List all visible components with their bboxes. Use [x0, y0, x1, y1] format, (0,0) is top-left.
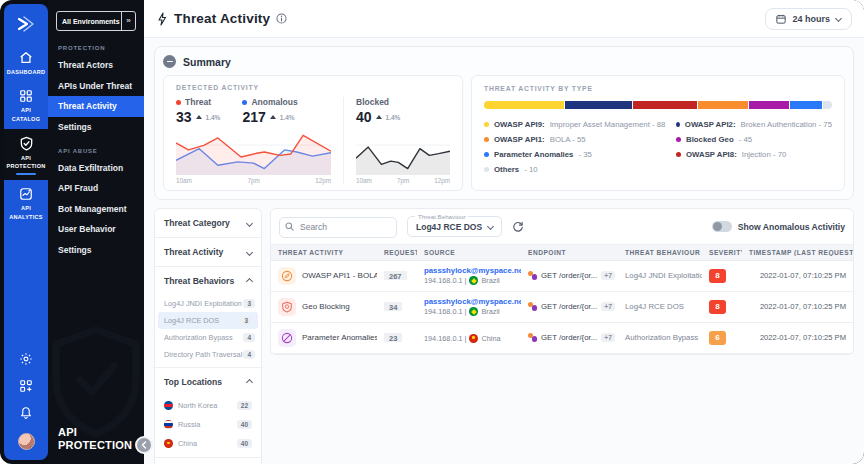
filter-group-threat-category[interactable]: Threat Category	[155, 209, 261, 237]
sidenav-item-bot-management[interactable]: Bot Management	[48, 199, 144, 220]
sidenav-item-settings[interactable]: Settings	[48, 117, 144, 138]
user-avatar[interactable]	[18, 433, 35, 450]
brazil-flag-icon	[469, 276, 478, 285]
sidenav-item-threat-activity[interactable]: Threat Activity	[48, 96, 144, 117]
environment-selector[interactable]: All Environments »	[56, 11, 136, 31]
apps-add-icon[interactable]	[19, 379, 33, 393]
sidebar-collapse-button[interactable]	[135, 436, 153, 454]
filter-item-north-korea[interactable]: North Korea22	[155, 396, 261, 415]
source-country: Brazil	[481, 276, 499, 285]
filter-item-russia[interactable]: Russia40	[155, 415, 261, 434]
x-tick: 10am	[356, 177, 372, 184]
column-header[interactable]: SOURCE	[417, 249, 521, 256]
table-header-row: THREAT ACTIVITY REQUESTS SOURCE ENDPOINT…	[271, 244, 853, 261]
requests-badge: 267	[384, 271, 407, 280]
info-icon[interactable]	[276, 13, 287, 24]
column-header[interactable]: ENDPOINT	[521, 249, 618, 256]
filter-item-directory-path-traversal[interactable]: Directory Path Traversal4	[155, 346, 261, 363]
legend-strong: OWASP API9:	[494, 120, 545, 129]
threat-anomalous-sparkline	[176, 129, 331, 175]
filter-item-label: Log4J JNDI Exploitation	[164, 299, 242, 308]
endpoint-more-chip[interactable]: +7	[601, 271, 615, 280]
filter-group-threat-activity[interactable]: Threat Activity	[155, 237, 261, 266]
search-input[interactable]	[279, 217, 397, 238]
table-row[interactable]: Geo Blocking 34 passshylock@myspace.net …	[271, 292, 853, 323]
column-header[interactable]: SEVERITY	[702, 249, 742, 256]
environment-expand-icon[interactable]: »	[121, 12, 135, 30]
collapse-summary-button[interactable]	[163, 55, 176, 68]
count-badge: 3	[243, 299, 255, 308]
source-email-link[interactable]: passshylock@myspace.net	[424, 297, 514, 306]
legend-strong: OWASP API8:	[686, 150, 737, 159]
arrow-left-icon	[140, 441, 148, 449]
detected-activity-panel: DETECTED ACTIVITY Threat 331.4% Anomal	[163, 75, 463, 191]
filter-group-threat-behaviors[interactable]: Threat Behaviors	[155, 266, 261, 295]
china-flag-icon	[164, 439, 173, 448]
legend-strong: OWASP API2:	[685, 120, 736, 129]
legend-dot-icon	[676, 152, 681, 157]
trend-up-icon	[196, 115, 202, 119]
rail-item-api-analytics[interactable]: API ANALYTICS	[4, 180, 48, 227]
threat-behaviour-cell: Log4J JNDI Exploitation	[618, 271, 702, 280]
source-country: China	[481, 334, 500, 343]
rail-item-api-protection[interactable]: API PROTECTION	[4, 129, 48, 181]
filter-item-log4j-rce[interactable]: Log4J RCE DOS3	[158, 312, 258, 329]
filter-group-top-locations[interactable]: Top Locations	[155, 367, 261, 396]
shield-watermark-icon	[50, 326, 142, 438]
legend-item: Blocked Geo- 45	[676, 135, 832, 144]
threat-dot-icon	[176, 100, 181, 105]
endpoint-more-chip[interactable]: +7	[601, 302, 615, 311]
metric-value: 217	[242, 109, 265, 125]
column-header[interactable]: TIMESTAMP (LAST REQUEST)	[742, 249, 853, 256]
trend-up-icon	[376, 115, 382, 119]
content-area: Summary DETECTED ACTIVITY Threat 331.4%	[144, 38, 864, 464]
brand-logo[interactable]	[4, 4, 48, 44]
threat-type-stacked-bar	[484, 101, 832, 109]
source-ip: 194.168.0.1 |	[424, 334, 466, 343]
threat-behaviour-select[interactable]: Threat Behaviour Log4J RCE DOS	[407, 216, 502, 237]
settings-gear-icon[interactable]	[19, 352, 33, 366]
bola-compass-icon	[278, 267, 296, 285]
table-row[interactable]: Parameter Anomalies 23 194.168.0.1 |Chin…	[271, 323, 853, 354]
sidenav-item-apis-under-threat[interactable]: APIs Under Threat	[48, 76, 144, 97]
source-email-link[interactable]: passshylock@myspace.net	[424, 266, 514, 275]
column-header[interactable]: THREAT BEHAVIOUR	[618, 249, 702, 256]
metric-anomalous: Anomalous 2171.4%	[242, 97, 297, 125]
count-badge: 3	[240, 316, 252, 325]
filter-group-status-code[interactable]: Staus Code	[155, 457, 261, 464]
legend-dot-icon	[484, 137, 489, 142]
legend-item: OWASP API2:Broken Authentication - 75	[676, 120, 832, 129]
x-tick: 12pm	[315, 177, 331, 184]
traceable-logo-icon	[16, 15, 36, 33]
column-header[interactable]: THREAT ACTIVITY	[271, 249, 377, 256]
rail-item-dashboard[interactable]: DASHBOARD	[4, 44, 48, 82]
time-range-dropdown[interactable]: 24 hours	[765, 8, 852, 30]
rail-item-api-catalog[interactable]: API CATALOG	[4, 82, 48, 129]
reset-refresh-icon[interactable]	[512, 221, 524, 233]
section-label-api-abuse: API ABUSE	[58, 148, 134, 154]
endpoint-more-chip[interactable]: +7	[601, 333, 615, 342]
legend-rest: Broken Authentication - 75	[741, 120, 832, 129]
chevron-down-icon	[246, 248, 253, 255]
anomalous-activity-toggle[interactable]	[712, 221, 732, 232]
rail-item-label: API CATALOG	[6, 106, 46, 123]
table-toolbar: Threat Behaviour Log4J RCE DOS Show Anom…	[271, 209, 853, 244]
column-header[interactable]: REQUESTS	[377, 249, 417, 256]
search-box	[279, 216, 397, 238]
filter-item-log4j-jndi[interactable]: Log4J JNDI Exploitation3	[155, 295, 261, 312]
notifications-bell-icon[interactable]	[19, 406, 33, 420]
filter-item-authorization-bypass[interactable]: Authorization Bypass4	[155, 329, 261, 346]
sidenav-item-user-behavior[interactable]: User Behavior	[48, 219, 144, 240]
time-range-value: 24 hours	[792, 14, 830, 24]
sidenav-item-api-fraud[interactable]: API Fraud	[48, 178, 144, 199]
severity-badge: 8	[709, 300, 726, 314]
threat-anomalous-chart-block: Threat 331.4% Anomalous 2171.4%	[164, 97, 344, 184]
sidenav-item-data-exfiltration[interactable]: Data Exfiltration	[48, 158, 144, 179]
activity-label: OWASP API1 - BOLA	[302, 271, 377, 280]
filter-item-china[interactable]: China40	[155, 434, 261, 453]
sidenav-item-abuse-settings[interactable]: Settings	[48, 240, 144, 261]
sidenav-item-threat-actors[interactable]: Threat Actors	[48, 55, 144, 76]
table-row[interactable]: OWASP API1 - BOLA 267 passshylock@myspac…	[271, 261, 853, 292]
app-window: DASHBOARD API CATALOG API PROTECTION API…	[0, 0, 864, 464]
legend-item: Others- 10	[484, 165, 668, 174]
